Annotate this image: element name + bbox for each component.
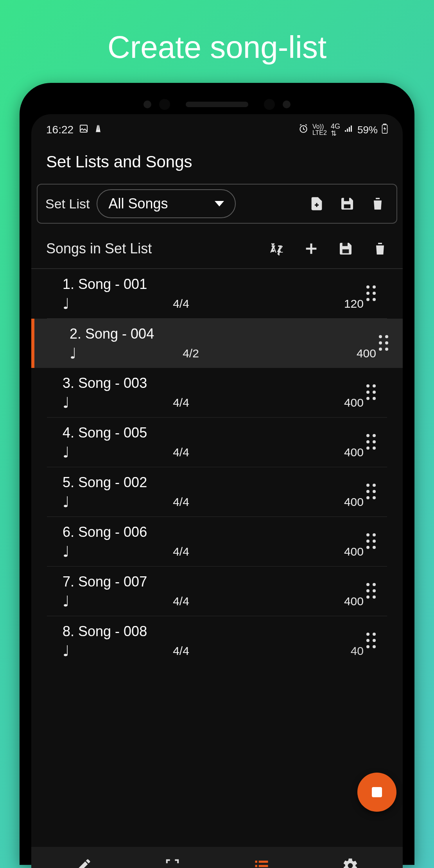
setlist-dropdown-value: All Songs bbox=[108, 195, 168, 212]
phone-notch bbox=[31, 95, 403, 114]
setlist-selector-box: Set List All Songs bbox=[37, 184, 397, 224]
nav-fullscreen-button[interactable] bbox=[161, 854, 184, 868]
drag-handle-icon[interactable] bbox=[364, 384, 379, 401]
song-row-main: 7. Song - 007 ♩ 4/4 400 bbox=[63, 574, 364, 609]
nav-edit-button[interactable] bbox=[72, 854, 95, 868]
song-title: 6. Song - 006 bbox=[63, 524, 364, 540]
stop-icon bbox=[372, 787, 382, 797]
song-row[interactable]: 1. Song - 001 ♩ 4/4 120 bbox=[47, 269, 387, 319]
sort-button[interactable]: AZ bbox=[266, 238, 288, 260]
svg-rect-14 bbox=[255, 861, 257, 863]
song-tempo: 400 bbox=[321, 396, 364, 409]
song-row-main: 8. Song - 008 ♩ 4/4 40 bbox=[63, 623, 364, 658]
add-song-button[interactable] bbox=[300, 238, 322, 260]
song-tempo: 400 bbox=[321, 495, 364, 509]
song-row[interactable]: 5. Song - 002 ♩ 4/4 400 bbox=[47, 467, 387, 517]
song-row-main: 3. Song - 003 ♩ 4/4 400 bbox=[63, 375, 364, 410]
song-time-signature: 4/4 bbox=[84, 495, 309, 509]
quarter-note-icon: ♩ bbox=[63, 495, 73, 509]
stop-fab[interactable] bbox=[357, 773, 396, 812]
nav-list-button[interactable] bbox=[250, 854, 273, 868]
song-title: 2. Song - 004 bbox=[70, 326, 376, 342]
svg-rect-17 bbox=[258, 865, 268, 867]
status-time: 16:22 bbox=[46, 124, 74, 136]
song-row[interactable]: 7. Song - 007 ♩ 4/4 400 bbox=[47, 567, 387, 616]
svg-rect-3 bbox=[347, 129, 348, 132]
quarter-note-icon: ♩ bbox=[63, 395, 73, 410]
song-row-main: 5. Song - 002 ♩ 4/4 400 bbox=[63, 474, 364, 509]
drag-handle-icon[interactable] bbox=[364, 533, 379, 550]
status-lte: LTE2 bbox=[312, 129, 327, 136]
songs-header: Songs in Set List AZ bbox=[31, 229, 403, 269]
screen: 16:22 Vo)) LTE2 4G ⇅ bbox=[31, 114, 403, 868]
drag-handle-icon[interactable] bbox=[376, 335, 392, 352]
signal-icon bbox=[344, 124, 353, 136]
drag-handle-icon[interactable] bbox=[364, 583, 379, 599]
svg-text:Z: Z bbox=[278, 244, 283, 255]
save-setlist-button[interactable] bbox=[336, 193, 358, 215]
song-tempo: 120 bbox=[321, 297, 364, 310]
song-row-main: 4. Song - 005 ♩ 4/4 400 bbox=[63, 425, 364, 460]
data-arrows-icon: ⇅ bbox=[331, 129, 337, 137]
bottom-nav bbox=[31, 847, 403, 868]
page-title: Set Lists and Songs bbox=[31, 142, 403, 181]
svg-rect-5 bbox=[351, 126, 352, 132]
status-battery-text: 59% bbox=[357, 124, 378, 136]
quarter-note-icon: ♩ bbox=[63, 296, 73, 311]
song-tempo: 400 bbox=[321, 545, 364, 558]
song-list[interactable]: 1. Song - 001 ♩ 4/4 120 2. Song - 004 ♩ … bbox=[31, 269, 403, 847]
setlist-label: Set List bbox=[45, 196, 90, 212]
song-row-main: 2. Song - 004 ♩ 4/2 400 bbox=[54, 326, 376, 361]
delete-setlist-button[interactable] bbox=[367, 193, 389, 215]
battery-icon bbox=[382, 124, 388, 136]
song-row[interactable]: 2. Song - 004 ♩ 4/2 400 bbox=[31, 319, 403, 368]
song-row[interactable]: 4. Song - 005 ♩ 4/4 400 bbox=[47, 418, 387, 467]
metronome-icon bbox=[94, 124, 102, 136]
song-title: 7. Song - 007 bbox=[63, 574, 364, 590]
svg-rect-4 bbox=[349, 127, 350, 132]
quarter-note-icon: ♩ bbox=[63, 594, 73, 609]
setlist-dropdown[interactable]: All Songs bbox=[97, 189, 236, 218]
drag-handle-icon[interactable] bbox=[364, 484, 379, 500]
quarter-note-icon: ♩ bbox=[63, 544, 73, 559]
svg-text:A: A bbox=[270, 244, 276, 255]
song-row[interactable]: 6. Song - 006 ♩ 4/4 400 bbox=[47, 517, 387, 567]
song-time-signature: 4/2 bbox=[91, 347, 321, 360]
nav-settings-button[interactable] bbox=[339, 854, 362, 868]
hero-title: Create song-list bbox=[0, 0, 434, 83]
drag-handle-icon[interactable] bbox=[364, 633, 379, 649]
svg-rect-16 bbox=[255, 865, 257, 867]
songs-header-title: Songs in Set List bbox=[46, 240, 266, 257]
phone-frame: 16:22 Vo)) LTE2 4G ⇅ bbox=[20, 83, 414, 865]
song-title: 4. Song - 005 bbox=[63, 425, 364, 441]
song-time-signature: 4/4 bbox=[84, 545, 309, 558]
song-row-main: 6. Song - 006 ♩ 4/4 400 bbox=[63, 524, 364, 559]
svg-rect-15 bbox=[258, 861, 268, 863]
quarter-note-icon: ♩ bbox=[63, 445, 73, 460]
song-time-signature: 4/4 bbox=[84, 297, 309, 310]
drag-handle-icon[interactable] bbox=[364, 434, 379, 450]
song-title: 5. Song - 002 bbox=[63, 474, 364, 491]
delete-song-button[interactable] bbox=[369, 238, 391, 260]
new-setlist-button[interactable] bbox=[306, 193, 328, 215]
song-row[interactable]: 3. Song - 003 ♩ 4/4 400 bbox=[47, 368, 387, 418]
song-time-signature: 4/4 bbox=[84, 595, 309, 608]
song-time-signature: 4/4 bbox=[84, 644, 309, 658]
song-time-signature: 4/4 bbox=[84, 446, 309, 459]
image-icon bbox=[79, 124, 88, 136]
song-tempo: 400 bbox=[333, 347, 376, 360]
svg-rect-8 bbox=[344, 198, 349, 201]
svg-rect-0 bbox=[80, 125, 87, 132]
svg-rect-13 bbox=[343, 249, 349, 253]
song-title: 1. Song - 001 bbox=[63, 276, 364, 292]
drag-handle-icon[interactable] bbox=[364, 285, 379, 302]
alarm-icon bbox=[298, 124, 308, 136]
quarter-note-icon: ♩ bbox=[63, 644, 73, 658]
song-row[interactable]: 8. Song - 008 ♩ 4/4 40 bbox=[47, 616, 387, 665]
song-title: 3. Song - 003 bbox=[63, 375, 364, 391]
svg-rect-9 bbox=[344, 204, 351, 208]
svg-rect-7 bbox=[384, 124, 386, 125]
save-songs-button[interactable] bbox=[335, 238, 357, 260]
song-title: 8. Song - 008 bbox=[63, 623, 364, 640]
status-volte: Vo)) bbox=[312, 123, 324, 130]
